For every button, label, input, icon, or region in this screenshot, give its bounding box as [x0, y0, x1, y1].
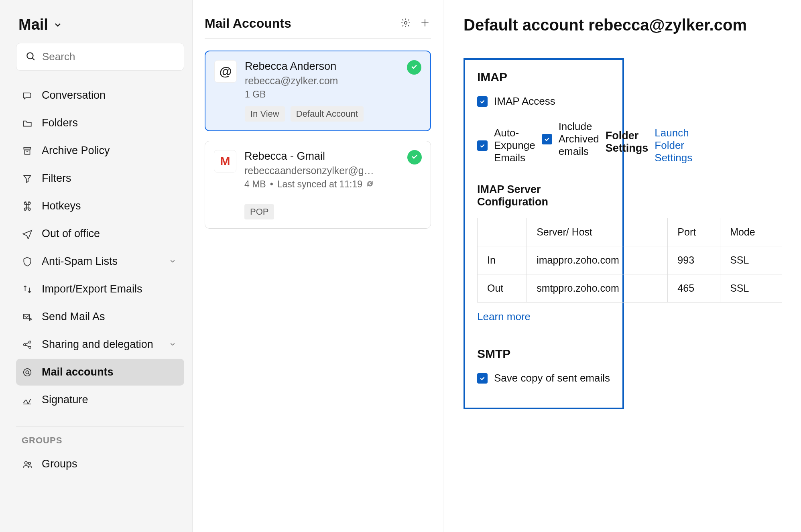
check-icon — [410, 63, 418, 72]
detail-panel: Default account rebecca@zylker.com IMAP … — [443, 0, 801, 532]
checkbox-checked-icon — [477, 140, 488, 151]
accounts-title: Mail Accounts — [205, 16, 392, 31]
dot-separator: • — [270, 179, 273, 190]
share-icon — [22, 339, 33, 350]
check-icon — [411, 152, 419, 162]
checkbox-checked-icon — [477, 373, 488, 384]
sidebar-item-label: Filters — [42, 172, 71, 185]
sidebar-item-archive-policy[interactable]: Archive Policy — [16, 137, 184, 164]
sidebar-item-label: Archive Policy — [42, 144, 110, 157]
table-header-row: Server/ Host Port Mode — [478, 218, 782, 246]
col-port: Port — [668, 218, 720, 246]
sidebar-item-folders[interactable]: Folders — [16, 110, 184, 136]
table-row: In imappro.zoho.com 993 SSL — [478, 246, 782, 274]
search-box[interactable] — [16, 43, 184, 71]
gear-icon — [400, 18, 411, 30]
detail-title: Default account rebecca@zylker.com — [464, 16, 781, 34]
cell-port: 465 — [668, 274, 720, 303]
account-meta: 4 MB • Last synced at 11:19 — [244, 179, 422, 190]
account-name: Rebecca - Gmail — [244, 150, 422, 162]
tag-default-account: Default Account — [291, 106, 364, 122]
launch-folder-settings-link[interactable]: Launch Folder Settings — [655, 127, 692, 164]
sidebar-item-import-export[interactable]: Import/Export Emails — [16, 276, 184, 303]
sidebar-item-label: Send Mail As — [42, 311, 105, 323]
imap-heading: IMAP — [477, 70, 610, 84]
save-copy-checkbox[interactable]: Save copy of sent emails — [477, 372, 610, 384]
tag-pop: POP — [244, 204, 274, 219]
account-name: Rebecca Anderson — [245, 60, 421, 73]
divider — [16, 426, 184, 426]
svg-rect-1 — [23, 314, 29, 319]
sidebar-item-filters[interactable]: Filters — [16, 165, 184, 192]
send-as-icon — [22, 311, 33, 323]
at-icon — [22, 367, 33, 378]
chevron-down-icon — [169, 255, 176, 268]
sidebar-item-out-of-office[interactable]: Out of office — [16, 220, 184, 247]
sidebar-item-label: Anti-Spam Lists — [42, 255, 118, 268]
smtp-heading: SMTP — [477, 347, 610, 361]
sidebar-item-anti-spam[interactable]: Anti-Spam Lists — [16, 248, 184, 275]
sidebar-item-sharing[interactable]: Sharing and delegation — [16, 331, 184, 358]
checkbox-checked-icon — [542, 134, 552, 144]
at-icon: @ — [214, 60, 237, 83]
svg-point-8 — [405, 21, 407, 24]
refresh-icon[interactable] — [366, 179, 374, 190]
account-email: rebecca@zylker.com — [245, 75, 421, 87]
gmail-icon: M — [214, 150, 236, 173]
checkbox-label: Save copy of sent emails — [494, 372, 610, 384]
sidebar-item-label: Out of office — [42, 227, 100, 240]
sidebar-item-signature[interactable]: Signature — [16, 386, 184, 413]
tag-in-view: In View — [245, 106, 285, 122]
account-card[interactable]: @ Rebecca Anderson rebecca@zylker.com 1 … — [205, 51, 431, 131]
sidebar-item-groups[interactable]: Groups — [16, 451, 184, 477]
sidebar-title[interactable]: Mail — [16, 16, 184, 33]
sidebar-item-mail-accounts[interactable]: Mail accounts — [16, 359, 184, 386]
command-icon — [22, 201, 33, 212]
col-mode: Mode — [720, 218, 782, 246]
checkbox-checked-icon — [477, 96, 488, 107]
svg-point-5 — [26, 371, 29, 374]
sidebar: Mail Conversation Folders Archive Polic — [0, 0, 193, 532]
include-archived-checkbox[interactable]: Include Archived emails — [542, 120, 599, 158]
sidebar-item-hotkeys[interactable]: Hotkeys — [16, 193, 184, 219]
signature-icon — [22, 394, 33, 406]
last-synced: Last synced at 11:19 — [277, 179, 362, 190]
cell-port: 993 — [668, 246, 720, 274]
sidebar-item-send-mail-as[interactable]: Send Mail As — [16, 303, 184, 330]
server-config-table: Server/ Host Port Mode In imappro.zoho.c… — [477, 218, 782, 303]
sidebar-item-label: Import/Export Emails — [42, 283, 142, 295]
conversation-icon — [22, 90, 33, 101]
learn-more-link[interactable]: Learn more — [477, 311, 610, 323]
cell-mode: SSL — [720, 274, 782, 303]
verified-badge — [407, 150, 422, 164]
folder-icon — [22, 118, 33, 129]
search-input[interactable] — [42, 51, 175, 63]
sidebar-item-label: Mail accounts — [42, 366, 114, 378]
table-row: Out smtppro.zoho.com 465 SSL — [478, 274, 782, 303]
checkbox-label: Include Archived emails — [559, 120, 599, 158]
chevron-down-icon — [53, 16, 63, 33]
account-size: 1 GB — [245, 89, 421, 100]
sidebar-item-label: Conversation — [42, 89, 106, 102]
auto-expunge-checkbox[interactable]: Auto-Expunge Emails Include Archived ema… — [477, 120, 610, 171]
settings-button[interactable] — [400, 18, 412, 30]
sidebar-item-label: Folders — [42, 117, 78, 129]
sidebar-item-conversation[interactable]: Conversation — [16, 82, 184, 109]
verified-badge — [407, 60, 421, 75]
imap-access-checkbox[interactable]: IMAP Access — [477, 95, 610, 108]
svg-point-6 — [25, 461, 28, 464]
plane-icon — [22, 228, 33, 240]
search-icon — [25, 51, 36, 63]
divider — [205, 38, 431, 39]
account-card[interactable]: M Rebecca - Gmail rebeccaandersonzylker@… — [205, 141, 431, 229]
import-export-icon — [22, 284, 33, 295]
checkbox-label: IMAP Access — [494, 95, 555, 108]
filter-icon — [22, 173, 33, 184]
sidebar-item-label: Hotkeys — [42, 200, 81, 212]
add-account-button[interactable] — [419, 18, 431, 30]
sidebar-item-label: Sharing and delegation — [42, 338, 153, 351]
account-size-value: 4 MB — [244, 179, 266, 190]
cell-dir: Out — [478, 274, 527, 303]
cell-host: imappro.zoho.com — [527, 246, 668, 274]
cell-host: smtppro.zoho.com — [527, 274, 668, 303]
